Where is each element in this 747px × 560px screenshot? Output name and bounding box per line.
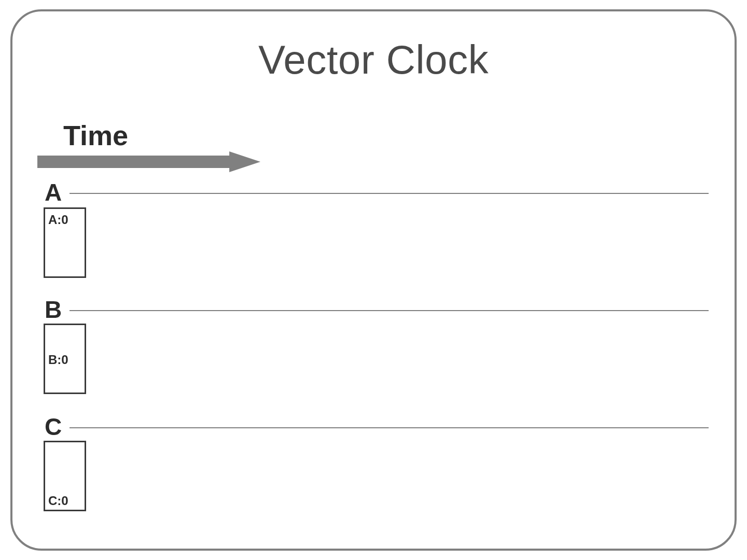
process-b-timeline — [70, 310, 709, 311]
process-b-label: B — [45, 296, 62, 324]
time-arrow-icon — [37, 151, 260, 172]
process-c-clockbox: C:0 — [44, 441, 86, 511]
process-c-label: C — [45, 413, 62, 441]
process-a-clockbox: A:0 — [44, 207, 86, 278]
clock-entry-c-c: C:0 — [48, 492, 81, 510]
process-a-label: A — [45, 178, 62, 206]
process-a-timeline — [70, 193, 709, 194]
diagram-frame: Vector Clock Time A A:0 B B:0 C C:0 — [10, 9, 737, 551]
svg-marker-1 — [229, 151, 260, 172]
clock-entry-a-a: A:0 — [48, 211, 81, 229]
process-c-timeline — [70, 427, 709, 428]
clock-entry-b-b: B:0 — [48, 351, 81, 369]
page-title: Vector Clock — [12, 36, 735, 83]
time-label: Time — [63, 119, 128, 151]
process-b-clockbox: B:0 — [44, 324, 86, 394]
